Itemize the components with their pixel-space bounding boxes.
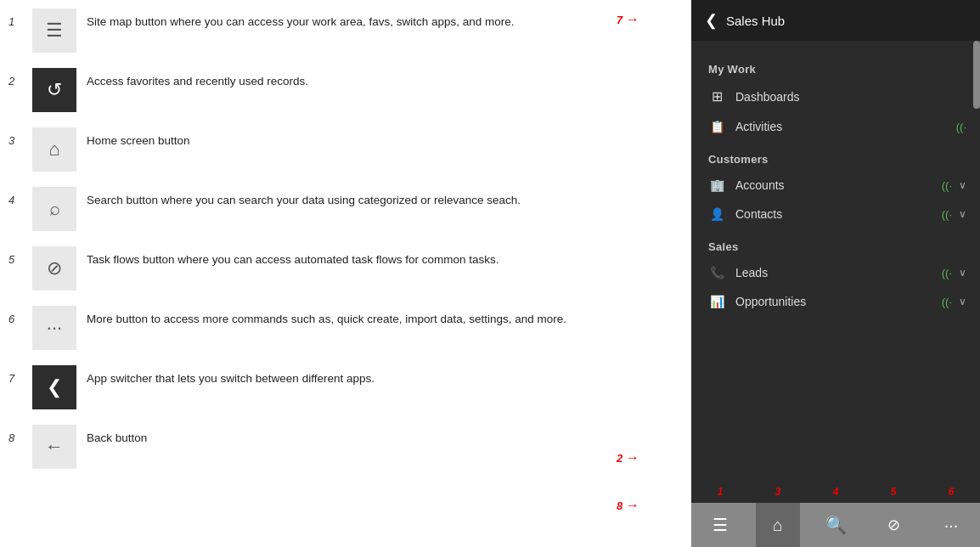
leads-chevron-icon: ∨ (959, 267, 966, 279)
left-panel-item-5: 5⊘Task flows button where you can access… (8, 246, 674, 290)
toolbar-sitemap[interactable]: ☰ 1 (698, 503, 742, 547)
item-number-3: 3 (8, 134, 22, 147)
accounts-label: Accounts (735, 178, 932, 192)
nav-item-contacts[interactable]: 👤 Contacts ((· ∨ (691, 200, 980, 228)
item-number-5: 5 (8, 253, 22, 266)
more-icon: ··· (944, 516, 959, 535)
left-panel-item-8: 8←Back button (8, 425, 674, 469)
nav-item-activities[interactable]: 📋 Activities ((· (691, 112, 980, 141)
contacts-icon: 👤 (708, 207, 725, 221)
item-text-8: Back button (87, 425, 674, 447)
sidebar-back-icon[interactable]: ❮ (705, 11, 718, 30)
accounts-icon: 🏢 (708, 178, 725, 192)
opportunities-right: ((· ∨ (942, 296, 966, 308)
item-icon-5: ⊘ (32, 246, 76, 290)
annotation-2-label: 2 (617, 452, 622, 465)
annotation-7: 7 → (617, 12, 639, 27)
sidebar-title: Sales Hub (726, 14, 785, 28)
toolbar-taskflow[interactable]: ⊘ 5 (871, 503, 915, 547)
item-icon-3: ⌂ (32, 127, 76, 172)
accounts-chevron-icon: ∨ (959, 179, 966, 191)
item-icon-4: ⌕ (32, 187, 76, 231)
annotation-7-label: 7 (617, 14, 622, 26)
opportunities-label: Opportunities (735, 295, 932, 308)
left-panel-item-4: 4⌕Search button where you can search you… (8, 187, 674, 231)
toolbar-home[interactable]: ⌂ 3 (756, 503, 800, 547)
left-panel-item-6: 6···More button to access more commands … (8, 306, 674, 350)
activities-label: Activities (735, 120, 946, 133)
arrow-right-7: → (625, 12, 639, 27)
taskflow-icon: ⊘ (887, 516, 900, 534)
contacts-wifi-icon: ((· (942, 208, 952, 221)
bottom-toolbar: ☰ 1 ⌂ 3 🔍 4 ⊘ 5 ··· 6 (691, 503, 980, 547)
item-number-1: 1 (8, 15, 22, 28)
opportunities-wifi-icon: ((· (942, 296, 952, 308)
item-number-8: 8 (8, 431, 22, 444)
item-text-1: Site map button where you can access you… (87, 8, 674, 31)
item-text-4: Search button where you can search your … (87, 187, 674, 209)
arrow-right-2: → (625, 450, 639, 465)
toolbar-annotation-6: 6 (949, 486, 955, 498)
contacts-label: Contacts (735, 207, 932, 221)
sidebar-nav: My Work ⊞ Dashboards 📋 Activities ((· Cu… (691, 41, 980, 510)
toolbar-annotation-5: 5 (891, 486, 897, 498)
left-panel-item-1: 1☰Site map button where you can access y… (8, 8, 674, 53)
item-text-2: Access favorites and recently used recor… (87, 68, 674, 90)
item-text-5: Task flows button where you can access a… (87, 246, 674, 268)
activities-wifi-icon: ((· (956, 121, 966, 133)
nav-item-leads[interactable]: 📞 Leads ((· ∨ (691, 258, 980, 287)
annotation-2: 2 → (617, 450, 639, 465)
left-panel-item-7: 7❮App switcher that lets you switch betw… (8, 365, 674, 409)
item-icon-7: ❮ (32, 365, 76, 409)
item-number-7: 7 (8, 372, 22, 385)
item-icon-2: ↺ (32, 68, 76, 112)
item-text-6: More button to access more commands such… (87, 306, 674, 328)
left-panel-item-3: 3⌂Home screen button (8, 127, 674, 172)
dashboards-icon: ⊞ (708, 88, 725, 104)
dashboards-label: Dashboards (735, 90, 966, 104)
toolbar-search[interactable]: 🔍 4 (814, 503, 858, 547)
leads-icon: 📞 (708, 266, 725, 279)
home-icon: ⌂ (773, 516, 783, 535)
section-customers: Customers (691, 141, 980, 171)
contacts-chevron-icon: ∨ (959, 208, 966, 220)
annotation-8: 8 → (617, 498, 639, 513)
left-panel-item-2: 2↺Access favorites and recently used rec… (8, 68, 674, 112)
scroll-indicator (973, 41, 980, 109)
item-text-7: App switcher that lets you switch betwee… (87, 365, 674, 387)
nav-item-accounts[interactable]: 🏢 Accounts ((· ∨ (691, 171, 980, 200)
nav-item-opportunities[interactable]: 📊 Opportunities ((· ∨ (691, 287, 980, 316)
nav-item-dashboards[interactable]: ⊞ Dashboards (691, 81, 980, 112)
opportunities-chevron-icon: ∨ (959, 296, 966, 307)
toolbar-more[interactable]: ··· 6 (929, 503, 973, 547)
leads-right: ((· ∨ (942, 267, 966, 279)
section-my-work: My Work (691, 51, 980, 81)
item-icon-6: ··· (32, 306, 76, 350)
item-number-6: 6 (8, 313, 22, 325)
left-panel: 1☰Site map button where you can access y… (0, 0, 691, 547)
arrow-right-8: → (625, 498, 639, 513)
leads-wifi-icon: ((· (942, 267, 952, 279)
sitemap-icon: ☰ (712, 515, 728, 535)
toolbar-annotation-3: 3 (775, 486, 781, 498)
search-icon: 🔍 (825, 515, 847, 535)
activities-icon: 📋 (708, 120, 725, 133)
activities-right: ((· (956, 121, 966, 133)
sidebar-header: ❮ Sales Hub (691, 0, 980, 41)
contacts-right: ((· ∨ (942, 208, 966, 221)
item-icon-8: ← (32, 425, 76, 469)
right-panel: 7 → 2 → 8 → ❮ Sales Hub My Work ⊞ Dashbo… (691, 0, 980, 547)
accounts-wifi-icon: ((· (942, 179, 952, 192)
item-number-4: 4 (8, 194, 22, 206)
toolbar-annotation-1: 1 (718, 486, 724, 498)
section-sales: Sales (691, 228, 980, 258)
leads-label: Leads (735, 266, 932, 279)
accounts-right: ((· ∨ (942, 179, 966, 192)
opportunities-icon: 📊 (708, 295, 725, 308)
item-text-3: Home screen button (87, 127, 674, 149)
annotation-8-label: 8 (617, 499, 622, 512)
item-number-2: 2 (8, 75, 22, 87)
toolbar-annotation-4: 4 (833, 486, 839, 498)
item-icon-1: ☰ (32, 8, 76, 53)
